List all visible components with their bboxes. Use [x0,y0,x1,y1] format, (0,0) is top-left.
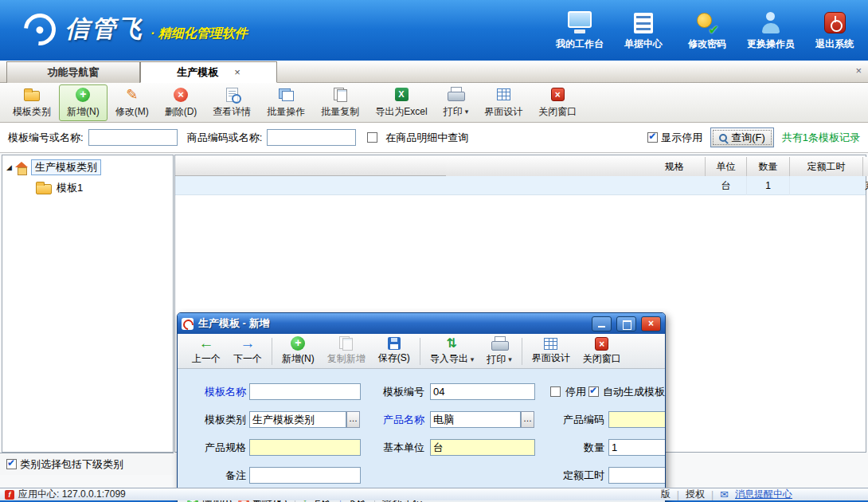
main-area: 规格 单位 数量 定额工时 台 1 系 ◢ 生产模板类别 模板1 类别选择包括下… [0,153,868,488]
category-picker-button[interactable]: … [346,411,360,428]
show-disabled-checkbox[interactable] [647,132,658,143]
column-spec[interactable]: 规格 [446,157,706,176]
include-subcategory-checkbox[interactable] [6,459,17,469]
batch-icon [279,88,294,101]
template-name-input[interactable] [249,383,361,400]
dropdown-icon[interactable]: ▾ [465,108,469,116]
app-center-text: 应用中心: 127.0.0.1:7099 [18,488,126,501]
product-name-input[interactable] [430,411,521,428]
dialog-close-window-button[interactable]: 关闭窗口 [577,335,628,367]
folder-icon [24,91,40,101]
toolbar-separator [522,338,522,365]
category-label: 模板类别 [182,411,246,428]
delete-button[interactable]: 删除(D) [157,84,205,121]
close-window-icon [551,88,565,101]
product-code-label: 产品编码 [558,411,604,428]
view-details-button[interactable]: 查看详情 [205,84,259,121]
product-spec-input[interactable] [249,439,361,456]
template-code-input[interactable] [430,383,535,400]
workspace-button[interactable]: 我的工作台 [554,8,605,51]
remark-input[interactable] [249,467,361,484]
auto-generate-label: 自动生成模板 [603,383,665,400]
plus-icon [291,336,305,351]
folder-icon [36,184,52,194]
import-export-button[interactable]: 导入导出▾ [424,335,481,367]
home-icon [15,163,28,174]
monitor-icon [568,11,592,33]
close-button[interactable] [641,316,661,331]
left-arrow-icon [199,336,214,351]
quantity-label: 数量 [571,439,604,456]
minimize-button[interactable] [592,316,612,331]
app-logo-small-icon [5,490,14,500]
auto-generate-checkbox[interactable] [588,386,599,397]
ui-design-button[interactable]: 界面设计 [476,84,530,121]
tab-close-icon[interactable]: × [234,66,240,78]
template-category-button[interactable]: 模板类别 [5,84,59,121]
base-unit-input[interactable] [430,439,535,456]
tab-function-nav[interactable]: 功能导航窗 [6,61,140,83]
template-table-row[interactable]: 台 1 系 [175,176,866,195]
tree-root-item[interactable]: ◢ 生产模板类别 [2,155,173,177]
printer-icon [491,338,507,351]
tab-bar: 功能导航窗 生产模板× × [0,61,868,83]
close-window-button[interactable]: 关闭窗口 [530,84,585,121]
column-qty[interactable]: 数量 [747,157,790,176]
exit-system-button[interactable]: 退出系统 [809,8,860,51]
save-icon [388,337,401,350]
copy-add-button[interactable]: 复制新增 [321,335,372,367]
dialog-ui-design-button[interactable]: 界面设计 [526,336,577,367]
column-extra[interactable] [863,157,868,176]
next-record-button[interactable]: 下一个 [227,335,268,367]
add-button[interactable]: 新增(N) [59,84,108,121]
quantity-input[interactable] [608,439,665,456]
category-input[interactable] [249,411,346,428]
tree-child-item[interactable]: 模板1 [2,177,173,195]
dialog-titlebar[interactable]: 生产模板 - 新增 [178,313,665,334]
disable-checkbox[interactable] [550,386,561,397]
new-template-dialog: 生产模板 - 新增 上一个 下一个 新增(N) 复制新增 [177,312,666,502]
template-code-label: 模板编号或名称: [8,131,84,145]
column-hours[interactable]: 定额工时 [790,157,863,176]
dialog-toolbar: 上一个 下一个 新增(N) 复制新增 保存(S) 导入导出▾ [178,334,665,369]
base-unit-label: 基本单位 [375,439,424,456]
change-operator-button[interactable]: 更换操作员 [745,8,796,51]
document-center-button[interactable]: 单据中心 [618,8,669,51]
show-disabled-label: 显示停用 [661,131,702,145]
prev-record-button[interactable]: 上一个 [186,335,227,367]
view-details-icon [226,88,238,102]
column-unit[interactable]: 单位 [706,157,747,176]
dropdown-icon[interactable]: ▾ [471,355,475,363]
header-actions: 我的工作台 单据中心 修改密码 更换操作员 退出系统 [554,8,860,51]
plus-icon [76,88,90,102]
tabbar-close-icon[interactable]: × [855,65,862,76]
message-center-link[interactable]: 消息提醒中心 [735,488,792,501]
app-header: 信管飞 · 精细化管理软件 我的工作台 单据中心 修改密码 更换操作员 退出系统 [0,0,868,61]
copy-icon [334,88,347,102]
save-button[interactable]: 保存(S) [372,335,416,367]
product-code-input[interactable] [608,411,665,428]
product-picker-button[interactable]: … [521,411,534,428]
dialog-print-button[interactable]: 打印▾ [480,335,518,368]
edit-button[interactable]: 修改(M) [108,84,157,121]
dialog-add-button[interactable]: 新增(N) [276,335,321,367]
mail-icon [720,488,729,500]
tree-root-label: 生产模板类别 [31,159,101,175]
dropdown-icon[interactable]: ▾ [508,355,512,363]
maximize-button[interactable] [616,316,636,331]
batch-copy-button[interactable]: 批量复制 [313,84,367,121]
app-title: 信管飞 [65,13,144,45]
search-in-detail-checkbox[interactable] [367,132,377,143]
pencil-icon [126,88,138,102]
change-password-button[interactable]: 修改密码 [682,8,733,51]
tab-production-template[interactable]: 生产模板× [140,61,277,83]
batch-operation-button[interactable]: 批量操作 [259,84,313,121]
work-hours-input[interactable] [608,467,665,484]
print-button[interactable]: 打印▾ [436,84,477,121]
query-button[interactable]: 查询(F) [710,127,774,147]
dialog-app-icon [182,318,194,330]
tree-expander-icon[interactable]: ◢ [6,163,12,171]
template-code-input[interactable] [88,129,178,146]
export-excel-button[interactable]: 导出为Excel [367,84,435,121]
product-code-input[interactable] [267,129,356,146]
